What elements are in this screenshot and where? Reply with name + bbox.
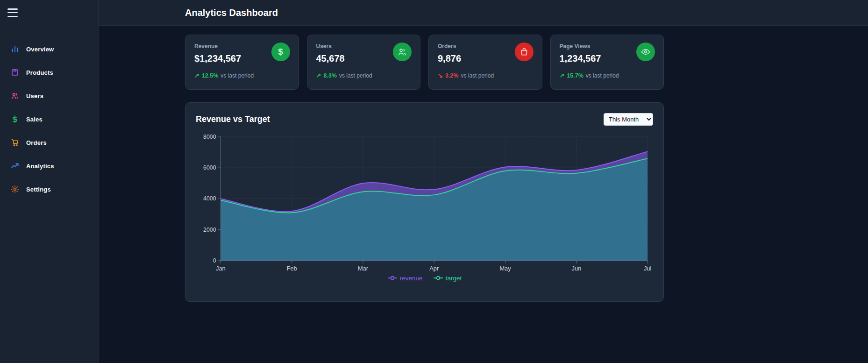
trend-percent: 12.5%	[202, 72, 218, 79]
stat-card-page-views: Page Views 1,234,567 ↗ 15.7% vs last per…	[550, 35, 664, 90]
sidebar-item-sales[interactable]: Sales	[0, 107, 98, 131]
sidebar-item-label: Sales	[26, 116, 43, 123]
sidebar-item-label: Settings	[26, 186, 51, 193]
users-icon	[393, 43, 412, 61]
stat-trend: ↗ 15.7% vs last period	[560, 72, 655, 79]
legend-line-icon	[387, 275, 398, 281]
main-area: Analytics Dashboard Revenue $1,234,567 $…	[99, 0, 868, 363]
trend-percent: 3.2%	[445, 72, 459, 79]
trend-note: vs last period	[339, 72, 372, 79]
trend-note: vs last period	[221, 72, 254, 79]
sidebar-item-label: Products	[26, 69, 53, 76]
legend-label: revenue	[400, 275, 423, 282]
x-tick-label: Apr	[429, 265, 439, 272]
page-title: Analytics Dashboard	[185, 7, 278, 18]
content: Revenue $1,234,567 $ ↗ 12.5% vs last per…	[99, 26, 868, 302]
chart-legend: revenue target	[196, 275, 653, 282]
period-select[interactable]: This Month	[604, 113, 653, 126]
y-tick-label: 2000	[203, 227, 216, 233]
y-tick-label: 0	[213, 257, 216, 264]
legend-item-target[interactable]: target	[433, 275, 462, 282]
trend-up-icon: ↗	[560, 72, 565, 79]
x-tick-label: Jan	[216, 265, 226, 272]
sidebar-item-products[interactable]: Products	[0, 61, 98, 84]
stat-card-orders: Orders 9,876 ↘ 3.2% vs last period	[428, 35, 542, 90]
bag-icon	[515, 43, 534, 61]
x-tick-label: Feb	[287, 265, 297, 272]
dollar-icon: $	[271, 43, 290, 61]
sidebar-nav: Overview Products Users Sales Orders	[0, 37, 98, 201]
sidebar-item-orders[interactable]: Orders	[0, 131, 98, 154]
sidebar-item-label: Orders	[26, 139, 47, 146]
legend-label: target	[446, 275, 462, 282]
y-tick-label: 8000	[203, 134, 216, 140]
header: Analytics Dashboard	[99, 0, 868, 26]
stat-trend: ↗ 8.3% vs last period	[316, 72, 412, 79]
stat-trend: ↘ 3.2% vs last period	[438, 72, 533, 79]
legend-line-icon	[433, 275, 443, 281]
trend-note: vs last period	[586, 72, 619, 79]
x-tick-label: Jun	[571, 265, 581, 272]
x-tick-label: May	[499, 265, 511, 272]
cart-icon	[10, 138, 20, 147]
trend-up-icon: ↗	[316, 72, 321, 79]
x-tick-label: Jul	[644, 265, 651, 272]
y-tick-label: 6000	[203, 164, 216, 171]
trend-percent: 8.3%	[323, 72, 337, 79]
package-icon	[10, 68, 20, 77]
trending-up-icon	[10, 161, 20, 171]
bar-chart-icon	[10, 44, 20, 54]
sidebar-item-users[interactable]: Users	[0, 84, 98, 107]
sidebar-item-analytics[interactable]: Analytics	[0, 154, 98, 178]
area-chart: 02000400060008000JanFebMarAprMayJunJul	[196, 133, 653, 273]
sidebar: Overview Products Users Sales Orders	[0, 0, 99, 363]
stat-card-users: Users 45,678 ↗ 8.3% vs last period	[307, 35, 421, 90]
sidebar-item-label: Analytics	[26, 163, 54, 170]
sidebar-item-settings[interactable]: Settings	[0, 178, 98, 201]
eye-icon	[636, 43, 655, 61]
revenue-vs-target-card: Revenue vs Target This Month 02000400060…	[185, 102, 664, 302]
stat-trend: ↗ 12.5% vs last period	[194, 72, 290, 79]
dollar-icon	[10, 114, 20, 124]
trend-down-icon: ↘	[438, 72, 443, 79]
trend-percent: 15.7%	[567, 72, 583, 79]
sidebar-item-label: Overview	[26, 46, 54, 53]
trend-note: vs last period	[461, 72, 494, 79]
stat-card-revenue: Revenue $1,234,567 $ ↗ 12.5% vs last per…	[185, 35, 299, 90]
gear-icon	[10, 185, 20, 194]
trend-up-icon: ↗	[194, 72, 199, 79]
x-tick-label: Mar	[358, 265, 369, 272]
y-tick-label: 4000	[203, 195, 216, 202]
chart-area: 02000400060008000JanFebMarAprMayJunJul r…	[196, 133, 653, 282]
chart-title: Revenue vs Target	[196, 114, 270, 124]
menu-toggle-button[interactable]	[7, 7, 20, 18]
legend-item-revenue[interactable]: revenue	[387, 275, 423, 282]
sidebar-item-overview[interactable]: Overview	[0, 37, 98, 61]
sidebar-item-label: Users	[26, 93, 43, 100]
stats-grid: Revenue $1,234,567 $ ↗ 12.5% vs last per…	[185, 35, 664, 90]
users-icon	[10, 91, 20, 100]
